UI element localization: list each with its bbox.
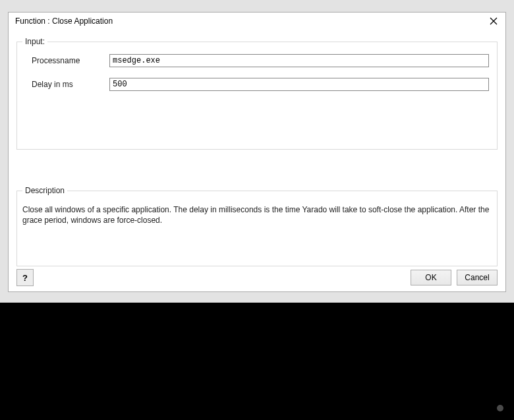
- processname-label: Processname: [17, 56, 109, 65]
- description-text: Close all windows of a specific applicat…: [22, 204, 492, 225]
- function-dialog: Function : Close Application Input: Proc…: [8, 12, 506, 292]
- close-icon[interactable]: [487, 15, 500, 28]
- description-group: Description Close all windows of a speci…: [16, 191, 498, 266]
- help-button[interactable]: ?: [16, 269, 34, 286]
- decorative-dot: [497, 405, 503, 411]
- cancel-button[interactable]: Cancel: [457, 270, 498, 285]
- delay-input[interactable]: [109, 78, 489, 91]
- processname-input[interactable]: [109, 54, 489, 67]
- processname-row: Processname: [17, 54, 497, 67]
- delay-label: Delay in ms: [17, 80, 109, 89]
- dialog-title: Function : Close Application: [15, 16, 113, 26]
- button-row: ? OK Cancel: [16, 269, 498, 286]
- delay-row: Delay in ms: [17, 78, 497, 91]
- description-group-legend: Description: [22, 186, 67, 195]
- ok-button[interactable]: OK: [411, 270, 451, 285]
- titlebar: Function : Close Application: [9, 13, 505, 30]
- input-group: Input: Processname Delay in ms: [16, 42, 498, 150]
- input-group-legend: Input:: [22, 37, 47, 46]
